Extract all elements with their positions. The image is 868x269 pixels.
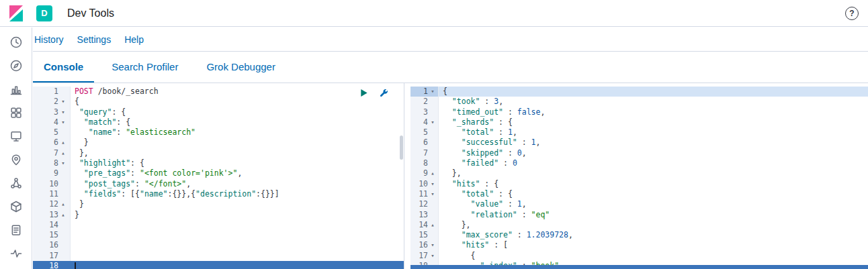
editor-line[interactable]: 9▴ }, <box>410 168 868 178</box>
fold-end-icon[interactable]: ▴ <box>58 148 68 158</box>
machine-learning-icon[interactable] <box>9 176 23 190</box>
editor-line[interactable]: 10▾ "hits" : { <box>410 179 868 189</box>
fold-end-icon[interactable]: ▴ <box>58 138 68 148</box>
apm-icon[interactable] <box>9 247 23 260</box>
fold-start-icon[interactable]: ▾ <box>428 87 437 97</box>
canvas-icon[interactable] <box>9 129 23 143</box>
kibana-logo[interactable] <box>0 4 32 23</box>
tab-search-profiler[interactable]: Search Profiler <box>101 52 189 83</box>
fold-end-icon[interactable]: ▴ <box>428 220 437 230</box>
editor-line[interactable]: 5 "total" : 1, <box>410 127 868 138</box>
line-number: 9 <box>33 168 58 178</box>
editor-line[interactable]: 15 "max_score" : 1.2039728, <box>410 230 868 240</box>
fold-start-icon[interactable]: ▾ <box>58 117 68 127</box>
editor-line[interactable]: 2▾{ <box>33 97 404 107</box>
editor-line[interactable]: 6 "successful" : 1, <box>410 138 868 148</box>
editor-line[interactable]: 4▾ "_shards" : { <box>410 117 868 127</box>
visualize-icon[interactable] <box>9 83 23 96</box>
logs-icon[interactable] <box>9 223 23 237</box>
line-number: 7 <box>33 148 58 158</box>
line-number: 14 <box>33 220 58 230</box>
editor-line[interactable]: 18 <box>33 261 404 269</box>
editor-line[interactable]: 2 "took" : 3, <box>410 97 868 107</box>
line-number: 8 <box>33 158 58 168</box>
line-number: 1 <box>33 87 58 97</box>
line-number: 16 <box>33 240 58 250</box>
tab-console[interactable]: Console <box>33 52 94 83</box>
editor-line[interactable]: 3▾ "query": { <box>33 107 404 117</box>
fold-start-icon[interactable]: ▾ <box>428 117 437 127</box>
line-number: 3 <box>410 107 428 117</box>
maps-icon[interactable] <box>9 153 23 166</box>
settings-link[interactable]: Settings <box>77 34 112 45</box>
editor-line[interactable]: 15 <box>33 230 404 240</box>
editor-line[interactable]: 8▾ "highlight": { <box>33 158 404 168</box>
editor-line[interactable]: 4▾ "match": { <box>33 117 404 127</box>
line-number: 9 <box>410 168 428 178</box>
editor-line[interactable]: 16 <box>33 240 404 250</box>
space-badge[interactable]: D <box>36 5 52 21</box>
editor-line[interactable]: 14 <box>33 220 404 230</box>
fold-end-icon[interactable]: ▴ <box>58 210 68 220</box>
fold-start-icon[interactable]: ▾ <box>58 158 68 168</box>
editor-line[interactable]: 1POST /book/_search <box>33 87 404 97</box>
line-number: 13 <box>410 210 428 220</box>
help-link[interactable]: Help <box>124 34 144 45</box>
response-editor[interactable]: 1▾{2 "took" : 3,3 "timed_out" : false,4▾… <box>410 83 868 269</box>
history-link[interactable]: History <box>34 34 64 45</box>
line-number: 3 <box>33 107 58 117</box>
line-number: 6 <box>33 138 58 148</box>
line-number: 14 <box>410 220 428 230</box>
wrench-icon[interactable] <box>379 88 389 98</box>
side-navigation-rail <box>0 28 32 269</box>
vertical-scrollbar[interactable] <box>400 136 403 160</box>
request-editor-pane[interactable]: 1POST /book/_search2▾{3▾ "query": {4▾ "m… <box>33 83 404 269</box>
recently-viewed-icon[interactable] <box>9 36 23 49</box>
fold-start-icon[interactable]: ▾ <box>428 251 437 261</box>
fold-end-icon[interactable]: ▴ <box>58 199 68 209</box>
editor-line[interactable]: 6▴ } <box>33 138 404 148</box>
infrastructure-icon[interactable] <box>9 200 23 213</box>
editor-line[interactable]: 5 "name": "elasticsearch" <box>33 127 404 138</box>
editor-line[interactable]: 17 <box>33 251 404 261</box>
editor-line[interactable]: 7 "skipped" : 0, <box>410 148 868 158</box>
request-editor[interactable]: 1POST /book/_search2▾{3▾ "query": {4▾ "m… <box>33 83 404 269</box>
editor-line[interactable]: 17▾ { <box>410 251 868 261</box>
editor-line[interactable]: 12 "value" : 1, <box>410 199 868 209</box>
editor-line[interactable]: 12▴ } <box>33 199 404 209</box>
fold-start-icon[interactable]: ▾ <box>58 97 68 107</box>
fold-start-icon[interactable]: ▾ <box>428 240 437 250</box>
editor-line[interactable]: 10 "post_tags": "</font>", <box>33 179 404 189</box>
panel-resizer[interactable] <box>404 83 410 269</box>
editor-line[interactable]: 1▾{ <box>410 87 868 97</box>
line-number: 17 <box>33 251 58 261</box>
help-icon[interactable]: ? <box>845 7 859 20</box>
editor-line[interactable]: 11▾ "total" : { <box>410 189 868 199</box>
editor-line[interactable]: 11 "fields": [{"name":{}},{"description"… <box>33 189 404 199</box>
editor-line[interactable]: 3 "timed_out" : false, <box>410 107 868 117</box>
editor-line[interactable]: 16▾ "hits" : [ <box>410 240 868 250</box>
editor-line[interactable]: 13▴} <box>33 210 404 220</box>
fold-start-icon[interactable]: ▾ <box>428 179 437 189</box>
line-number: 17 <box>410 251 428 261</box>
line-number: 18 <box>33 261 58 269</box>
editor-line[interactable]: 14▴ }, <box>410 220 868 230</box>
fold-start-icon[interactable]: ▾ <box>58 107 68 117</box>
editor-line[interactable]: 9 "pre_tags": "<font color='pink'>", <box>33 168 404 178</box>
editor-line[interactable]: 13 "relation" : "eq" <box>410 210 868 220</box>
send-request-button[interactable] <box>359 88 369 98</box>
discover-icon[interactable] <box>9 59 23 72</box>
tab-grok-debugger[interactable]: Grok Debugger <box>196 52 286 83</box>
line-number: 15 <box>410 230 428 240</box>
editor-line[interactable]: 7▴ }, <box>33 148 404 158</box>
horizontal-scrollbar[interactable] <box>410 265 868 269</box>
line-number: 4 <box>410 117 428 127</box>
fold-end-icon[interactable]: ▴ <box>428 168 437 178</box>
dashboard-icon[interactable] <box>9 106 23 119</box>
fold-start-icon[interactable]: ▾ <box>428 189 437 199</box>
response-editor-pane[interactable]: 1▾{2 "took" : 3,3 "timed_out" : false,4▾… <box>410 83 868 269</box>
page-title: Dev Tools <box>67 7 114 19</box>
line-number: 10 <box>410 179 428 189</box>
line-number: 8 <box>410 158 428 168</box>
editor-line[interactable]: 8 "failed" : 0 <box>410 158 868 168</box>
